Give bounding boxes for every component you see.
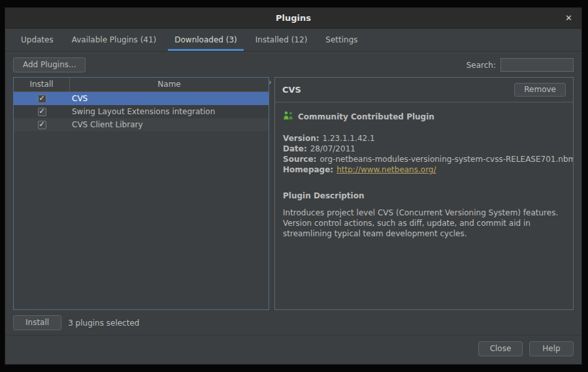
install-checkbox[interactable] <box>38 108 46 116</box>
details-body: Community Contributed Plugin Version:1.2… <box>275 102 573 247</box>
tab-installed[interactable]: Installed (12) <box>246 29 317 51</box>
add-plugins-button[interactable]: Add Plugins... <box>13 57 86 72</box>
field-version: Version:1.23.1.1.42.1 <box>283 133 565 144</box>
install-cell <box>14 121 70 129</box>
window-title: Plugins <box>276 13 311 23</box>
plugin-description: Introduces project level CVS (Concurrent… <box>283 208 565 239</box>
search-input[interactable] <box>500 58 574 72</box>
plugin-details-title: CVS <box>282 85 301 95</box>
tab-settings[interactable]: Settings <box>316 29 367 51</box>
field-date: Date:28/07/2011 <box>283 144 565 154</box>
toolbar: Add Plugins... Search: <box>5 52 581 77</box>
table-header: Install Name <box>14 78 269 92</box>
field-label: Source: <box>283 155 316 164</box>
install-cell <box>14 108 70 116</box>
selection-status: 3 plugins selected <box>68 318 139 328</box>
search-label: Search: <box>466 61 496 70</box>
install-button[interactable]: Install <box>13 315 61 330</box>
plugin-badge-label: Community Contributed Plugin <box>298 112 434 121</box>
field-source: Source:org-netbeans-modules-versioning-s… <box>283 154 565 164</box>
field-value: org-netbeans-modules-versioning-system-c… <box>319 155 573 164</box>
close-button[interactable]: Close <box>478 341 523 356</box>
tab-available-plugins[interactable]: Available Plugins (41) <box>63 29 166 51</box>
plugins-dialog: Plugins ✕ Updates Available Plugins (41)… <box>5 8 581 364</box>
column-header-name: Name <box>70 78 269 91</box>
plugin-fields: Version:1.23.1.1.42.1 Date:28/07/2011 So… <box>283 133 565 175</box>
column-header-install: Install <box>14 78 70 91</box>
titlebar: Plugins ✕ <box>5 8 581 29</box>
plugin-name: Swing Layout Extensions integration <box>70 107 269 116</box>
plugin-name: CVS <box>70 94 269 103</box>
main-split: Install Name CVS Swing Layout Extensions… <box>5 77 581 310</box>
install-checkbox[interactable] <box>38 121 46 129</box>
table-row[interactable]: Swing Layout Extensions integration <box>14 105 269 118</box>
search-area: Search: <box>466 58 574 72</box>
plugin-table: Install Name CVS Swing Layout Extensions… <box>13 77 269 310</box>
table-row[interactable]: CVS <box>14 92 269 105</box>
field-label: Date: <box>283 144 307 153</box>
plugin-badge: Community Contributed Plugin <box>283 111 565 122</box>
field-value: 1.23.1.1.42.1 <box>323 134 375 143</box>
close-icon[interactable]: ✕ <box>565 8 572 28</box>
help-button[interactable]: Help <box>529 341 574 356</box>
field-label: Version: <box>283 134 319 143</box>
field-homepage: Homepage:http://www.netbeans.org/ <box>283 164 565 175</box>
table-row[interactable]: CVS Client Library <box>14 118 269 131</box>
tab-updates[interactable]: Updates <box>12 29 63 51</box>
dialog-button-bar: Close Help <box>5 335 581 364</box>
tab-downloaded[interactable]: Downloaded (3) <box>165 29 246 51</box>
footer: Install 3 plugins selected <box>5 310 581 335</box>
tab-bar: Updates Available Plugins (41) Downloade… <box>5 29 581 52</box>
plugin-details-panel: CVS Remove Community Contributed Plugin <box>274 77 574 310</box>
field-label: Homepage: <box>283 165 333 174</box>
homepage-link[interactable]: http://www.netbeans.org/ <box>336 165 436 174</box>
field-value: 28/07/2011 <box>310 144 355 153</box>
install-cell <box>14 95 70 103</box>
splitter-collapse-icon[interactable]: › <box>269 78 272 86</box>
install-checkbox[interactable] <box>38 95 46 103</box>
community-plugin-icon <box>283 111 294 122</box>
details-header: CVS Remove <box>275 78 573 102</box>
remove-button[interactable]: Remove <box>514 83 566 97</box>
plugin-name: CVS Client Library <box>70 120 269 129</box>
plugin-description-title: Plugin Description <box>283 191 565 200</box>
